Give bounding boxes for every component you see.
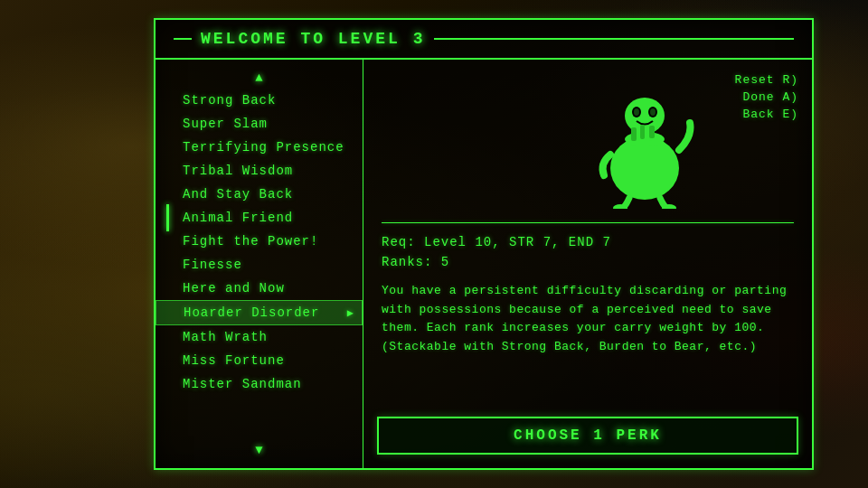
perk-item-fight-the-power[interactable]: Fight the Power! xyxy=(156,230,363,253)
perk-item-here-and-now[interactable]: Here and Now xyxy=(156,277,363,300)
svg-rect-9 xyxy=(640,125,645,139)
scroll-up-arrow[interactable]: ▲ xyxy=(156,67,363,89)
perk-item-terrifying-presence[interactable]: Terrifying Presence xyxy=(156,136,363,159)
panel-title: WELCOME TO LEVEL 3 xyxy=(201,30,425,48)
choose-perk-button[interactable]: CHOOSE 1 PERK xyxy=(377,417,798,455)
perk-item-strong-back[interactable]: Strong Back xyxy=(156,89,363,112)
perk-list-inner: Strong Back Super Slam Terrifying Presen… xyxy=(156,89,363,439)
svg-rect-8 xyxy=(631,127,637,141)
perk-item-hoarder-disorder[interactable]: Hoarder Disorder ▶ xyxy=(156,300,363,325)
pipboy-character xyxy=(586,69,703,213)
perk-item-animal-friend[interactable]: Animal Friend xyxy=(156,206,363,230)
detail-panel: Reset R) Done A) Back E) Req: Level 10, … xyxy=(363,60,812,468)
control-back[interactable]: Back E) xyxy=(735,108,798,121)
vert-indicator xyxy=(166,204,169,231)
control-done[interactable]: Done A) xyxy=(735,90,798,104)
req-text-line1: Req: Level 10, STR 7, END 7 xyxy=(382,232,794,252)
perk-list: ▲ Strong Back Super Slam Terrifying Pres… xyxy=(156,60,363,468)
req-text-line2: Ranks: 5 xyxy=(382,252,794,272)
detail-info: Req: Level 10, STR 7, END 7 Ranks: 5 You… xyxy=(382,213,794,357)
perk-item-and-stay-back[interactable]: And Stay Back xyxy=(156,183,363,206)
svg-point-7 xyxy=(650,108,656,116)
perk-item-super-slam[interactable]: Super Slam xyxy=(156,112,363,136)
main-panel: WELCOME TO LEVEL 3 ▲ Strong Back Super S… xyxy=(154,18,814,470)
perk-item-miss-fortune[interactable]: Miss Fortune xyxy=(156,349,363,372)
perk-item-finesse[interactable]: Finesse xyxy=(156,253,363,277)
title-line-right xyxy=(434,38,794,40)
scroll-down-arrow[interactable]: ▼ xyxy=(156,439,363,461)
svg-rect-10 xyxy=(649,126,655,138)
perk-item-mister-sandman[interactable]: Mister Sandman xyxy=(156,372,363,396)
separator-top xyxy=(382,222,794,223)
title-bar: WELCOME TO LEVEL 3 xyxy=(156,20,812,60)
title-line-left xyxy=(174,38,192,40)
control-reset[interactable]: Reset R) xyxy=(735,73,798,87)
content-area: ▲ Strong Back Super Slam Terrifying Pres… xyxy=(156,60,812,468)
perk-item-math-wrath[interactable]: Math Wrath xyxy=(156,325,363,349)
svg-point-5 xyxy=(634,108,639,116)
cursor-icon: ▶ xyxy=(347,306,354,320)
perk-item-tribal-wisdom[interactable]: Tribal Wisdom xyxy=(156,159,363,183)
controls-panel: Reset R) Done A) Back E) xyxy=(735,73,798,121)
description-text: You have a persistent difficulty discard… xyxy=(382,282,794,357)
